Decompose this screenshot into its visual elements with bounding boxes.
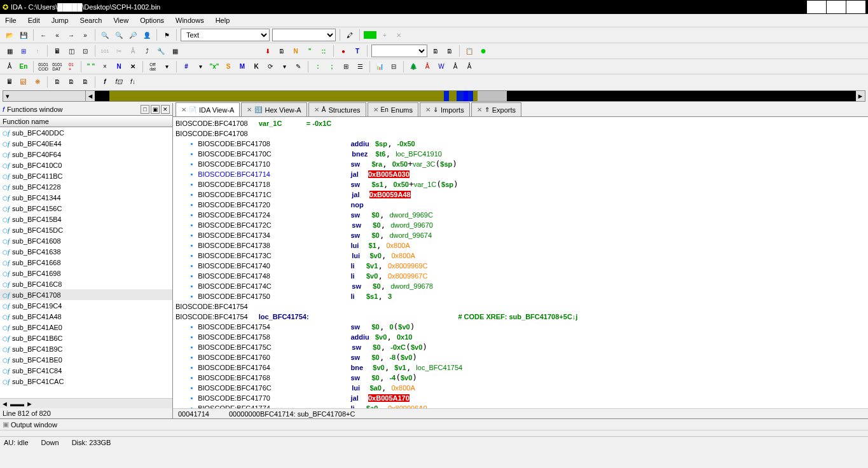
function-item[interactable]: ⬡fsub_BFC41CAC <box>0 376 172 387</box>
func3-icon[interactable]: f↓ <box>127 76 139 88</box>
tb3-icon-8[interactable]: ▾ <box>161 61 172 72</box>
functions-hscroll[interactable]: ◄ ▬▬ ► <box>0 398 172 408</box>
close-button[interactable]: ✕ <box>846 1 865 13</box>
tree-blue-icon[interactable]: W <box>436 61 447 72</box>
function-item[interactable]: ⬡fsub_BFC41708 <box>0 289 172 300</box>
zoom-100-icon[interactable]: 101 <box>99 45 111 57</box>
tb2-icon-1[interactable]: ▦ <box>4 45 15 57</box>
pen-icon[interactable]: ✎ <box>293 61 304 72</box>
open-button[interactable]: 📂 <box>4 29 15 41</box>
function-item[interactable]: ⬡fsub_BFC41344 <box>0 192 172 203</box>
colon-icon[interactable]: : <box>312 61 324 72</box>
navigation-bar[interactable]: ▾ ◄ ► <box>3 90 865 102</box>
function-item[interactable]: ⬡fsub_BFC41BE0 <box>0 354 172 365</box>
tree-red-icon[interactable]: Å <box>422 61 433 72</box>
tab-ida-view-a[interactable]: ✕📄IDA View-A <box>176 102 240 116</box>
function-item[interactable]: ⬡fsub_BFC415B4 <box>0 214 172 224</box>
semi-icon[interactable]: ; <box>326 61 338 72</box>
menu-windows[interactable]: Windows <box>176 17 204 24</box>
nav-track[interactable] <box>95 91 856 101</box>
nav-back-button[interactable]: ← <box>38 29 49 41</box>
enum-icon[interactable]: ⊡ <box>79 45 91 57</box>
struct-icon[interactable]: ◫ <box>65 45 77 57</box>
flag-icon[interactable]: ⚑ <box>161 29 172 41</box>
cut-icon[interactable]: ✂ <box>113 45 125 57</box>
function-item[interactable]: ⬡fsub_BFC41668 <box>0 257 172 268</box>
function-item[interactable]: ⬡fsub_BFC41A48 <box>0 311 172 322</box>
function-item[interactable]: ⬡fsub_BFC41228 <box>0 181 172 192</box>
tb2-icon-r7[interactable]: 🗎 <box>444 45 455 57</box>
search-next-icon[interactable]: 🔍 <box>113 29 125 41</box>
tb2-icon-r2[interactable]: 🗎 <box>276 45 287 57</box>
nav-fwd-button[interactable]: → <box>65 29 77 41</box>
tb2-icon-r1[interactable]: ⬇ <box>262 45 273 57</box>
search-icon[interactable]: 🔍 <box>99 29 111 41</box>
share-icon[interactable]: ⤴ <box>141 45 153 57</box>
menu-edit[interactable]: Edit <box>28 17 40 24</box>
menu-jump[interactable]: Jump <box>52 17 69 24</box>
maximize-button[interactable]: ❐ <box>827 1 846 13</box>
function-item[interactable]: ⬡fsub_BFC41AE0 <box>0 322 172 333</box>
add-button[interactable]: + <box>379 29 390 41</box>
function-item[interactable]: ⬡fsub_BFC41698 <box>0 268 172 279</box>
function-item[interactable]: ⬡fsub_BFC41B6C <box>0 333 172 343</box>
panel-dock-button[interactable]: ▣ <box>151 105 160 114</box>
tree-icon-3[interactable]: Å <box>464 61 475 72</box>
cod-icon[interactable]: 0101COD <box>38 61 49 72</box>
tb3-m-icon[interactable]: M <box>237 61 248 72</box>
disassembly-view[interactable]: BIOSCODE:BFC41708 var_1C = -0x1C BIOSCOD… <box>173 117 868 408</box>
tree-icon-2[interactable]: Å <box>450 61 461 72</box>
panel-close-button[interactable]: ✕ <box>161 105 170 114</box>
function-item[interactable]: ⬡fsub_BFC40F64 <box>0 149 172 160</box>
tb2-icon-r5[interactable]: :: <box>318 45 329 57</box>
function-item[interactable]: ⬡fsub_BFC41C84 <box>0 365 172 376</box>
wrench-icon[interactable]: 🔧 <box>155 45 167 57</box>
function-item[interactable]: ⬡fsub_BFC411BC <box>0 170 172 181</box>
function-item[interactable]: ⬡fsub_BFC40DDC <box>0 127 172 138</box>
function-item[interactable]: ⬡fsub_BFC41608 <box>0 235 172 246</box>
bp-icon[interactable]: ● <box>338 45 349 57</box>
nav-left-arrow[interactable]: ◄ <box>86 91 95 101</box>
tree-icon[interactable]: Å <box>127 45 139 57</box>
tb4-icon-5[interactable]: 🗎 <box>79 76 91 88</box>
tab-close-icon[interactable]: ✕ <box>314 106 319 113</box>
filter-icon[interactable]: 👤 <box>141 29 153 41</box>
function-item[interactable]: ⬡fsub_BFC415DC <box>0 224 172 235</box>
off-icon[interactable]: Offdat <box>147 61 158 72</box>
text-icon[interactable]: T <box>352 45 363 57</box>
tb4-icon-4[interactable]: 🗎 <box>65 76 77 88</box>
tb2-icon-3[interactable]: ↑ <box>32 45 43 57</box>
tb3-x-icon[interactable]: ✕ <box>127 61 139 72</box>
delete-button[interactable]: ✕ <box>393 29 404 41</box>
go-icon[interactable]: ● <box>478 45 489 57</box>
name-icon[interactable]: N <box>290 45 301 57</box>
func-icon[interactable]: f <box>99 76 111 88</box>
search-combo[interactable] <box>272 29 336 41</box>
tab-close-icon[interactable]: ✕ <box>425 106 431 113</box>
menu-options[interactable]: Options <box>140 17 164 24</box>
tab-exports[interactable]: ✕⇑Exports <box>471 102 521 116</box>
function-item[interactable]: ⬡fsub_BFC416C8 <box>0 279 172 289</box>
calc-icon[interactable]: 🖩 <box>52 45 63 57</box>
run-button[interactable] <box>364 31 376 39</box>
gear-icon[interactable]: ❋ <box>32 76 43 88</box>
tb3-icon-13[interactable]: ⊞ <box>340 61 352 72</box>
tab-close-icon[interactable]: ✕ <box>247 106 252 113</box>
highlight-icon[interactable]: 🖍 <box>344 29 355 41</box>
tb2-icon-r4[interactable]: " <box>304 45 315 57</box>
tb3-icon-11[interactable]: ⟳ <box>265 61 276 72</box>
tb3-icon-9[interactable]: ▾ <box>195 61 206 72</box>
cpu-combo[interactable] <box>371 45 427 57</box>
functions-col-header[interactable]: Function name <box>0 116 172 127</box>
minimize-button[interactable]: — <box>807 1 826 13</box>
tb3-icon-6[interactable]: " " <box>85 61 97 72</box>
tb4-icon-2[interactable]: 🗟 <box>18 76 29 88</box>
func2-icon[interactable]: f⊡ <box>113 76 125 88</box>
nav-fwd-skip-button[interactable]: » <box>79 29 91 41</box>
tb3-icon-15[interactable]: ⊟ <box>388 61 399 72</box>
palette-icon[interactable]: ▦ <box>169 45 181 57</box>
save-button[interactable]: 💾 <box>18 29 29 41</box>
tab-close-icon[interactable]: ✕ <box>477 106 482 113</box>
function-item[interactable]: ⬡fsub_BFC4156C <box>0 203 172 214</box>
hash-icon[interactable]: # <box>181 61 192 72</box>
